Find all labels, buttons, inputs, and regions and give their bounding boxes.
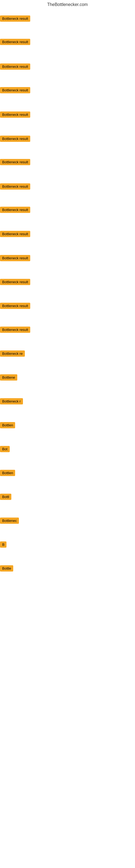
bottleneck-result-row: B (0, 541, 6, 549)
bottleneck-result-row: Bottleneck result (0, 207, 30, 214)
bottleneck-badge[interactable]: B (0, 541, 6, 548)
bottleneck-result-row: Bottleneck result (0, 16, 30, 23)
bottleneck-result-row: Bottleneck result (0, 279, 30, 286)
bottleneck-badge[interactable]: Bottle (0, 565, 13, 571)
bottleneck-badge[interactable]: Bottlenec (0, 518, 19, 524)
bottleneck-badge[interactable]: Bottleneck result (0, 39, 30, 45)
bottleneck-result-row: Bottleneck re (0, 350, 25, 358)
bottleneck-result-row: Bottleneck result (0, 87, 30, 94)
bottleneck-result-row: Bottleneck result (0, 255, 30, 262)
bottleneck-badge[interactable]: Bottleneck result (0, 16, 30, 22)
bottleneck-result-row: Bottlene (0, 374, 17, 382)
bottleneck-badge[interactable]: Bottlen (0, 470, 15, 476)
bottleneck-result-row: Bottleneck result (0, 303, 30, 310)
bottleneck-badge[interactable]: Bottlen (0, 422, 15, 428)
bottleneck-result-row: Bottleneck result (0, 63, 30, 71)
bottleneck-result-row: Bottle (0, 565, 13, 572)
bottleneck-badge[interactable]: Bottleneck result (0, 255, 30, 261)
bottleneck-badge[interactable]: Bottleneck result (0, 63, 30, 70)
bottleneck-result-row: Bottleneck result (0, 39, 30, 46)
bottleneck-badge[interactable]: Bottleneck result (0, 327, 30, 333)
bottleneck-result-row: Bottleneck result (0, 135, 30, 143)
bottleneck-result-row: Bottlen (0, 422, 15, 429)
bottleneck-badge[interactable]: Bottleneck result (0, 231, 30, 237)
bottleneck-result-row: Bottleneck result (0, 327, 30, 334)
bottleneck-result-row: Bottlen (0, 470, 15, 477)
bottleneck-result-row: Bottleneck r (0, 398, 23, 405)
bottleneck-badge[interactable]: Bottleneck result (0, 207, 30, 213)
bottleneck-badge[interactable]: Bottleneck result (0, 183, 30, 190)
bottleneck-result-row: Bottleneck result (0, 231, 30, 238)
bottleneck-result-row: Bottl (0, 494, 11, 501)
bottleneck-badge[interactable]: Bot (0, 446, 10, 452)
bottleneck-badge[interactable]: Bottleneck result (0, 87, 30, 93)
bottleneck-badge[interactable]: Bottleneck r (0, 398, 23, 404)
bottleneck-result-row: Bot (0, 446, 10, 453)
bottleneck-result-row: Bottleneck result (0, 159, 30, 166)
bottleneck-badge[interactable]: Bottleneck result (0, 303, 30, 309)
site-title: TheBottlenecker.com (0, 0, 135, 9)
bottleneck-result-row: Bottlenec (0, 518, 19, 525)
bottleneck-badge[interactable]: Bottleneck result (0, 112, 30, 118)
bottleneck-badge[interactable]: Bottlene (0, 374, 17, 380)
bottleneck-badge[interactable]: Bottleneck result (0, 159, 30, 165)
bottleneck-result-row: Bottleneck result (0, 112, 30, 119)
bottleneck-result-row: Bottleneck result (0, 183, 30, 191)
bottleneck-badge[interactable]: Bottl (0, 494, 11, 500)
bottleneck-badge[interactable]: Bottleneck result (0, 279, 30, 285)
bottleneck-badge[interactable]: Bottleneck result (0, 135, 30, 142)
bottleneck-badge[interactable]: Bottleneck re (0, 350, 25, 357)
